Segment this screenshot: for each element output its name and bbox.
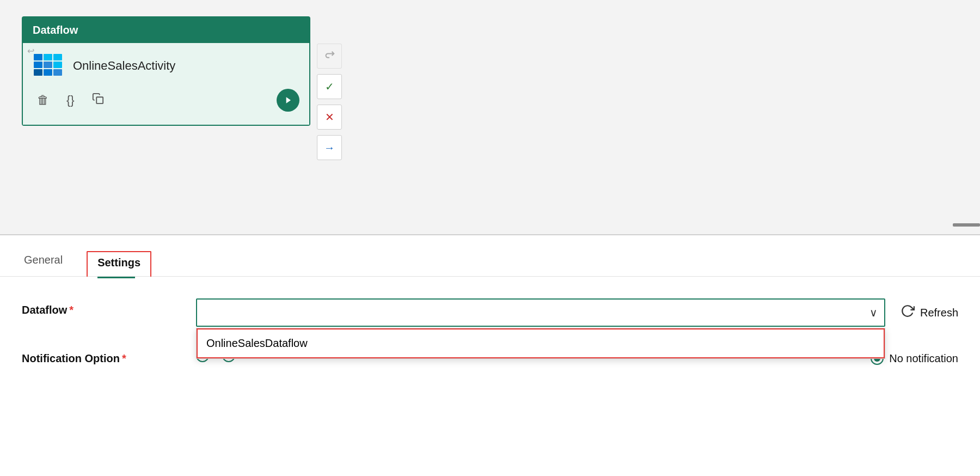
- notification-label: Notification Option*: [22, 347, 196, 365]
- side-toolbar: ✓ ✕ →: [317, 44, 342, 160]
- refresh-icon: [901, 304, 915, 321]
- cancel-button[interactable]: ✕: [317, 105, 342, 130]
- dataflow-form-row: Dataflow* ∨ OnlineSalesDataflow: [22, 298, 958, 327]
- activity-name: OnlineSalesActivity: [73, 59, 175, 73]
- dataflow-dropdown-input[interactable]: [196, 298, 885, 327]
- form-area: Dataflow* ∨ OnlineSalesDataflow: [0, 277, 980, 365]
- refresh-label: Refresh: [920, 307, 958, 319]
- confirm-button[interactable]: ✓: [317, 74, 342, 99]
- activity-row: OnlineSalesActivity: [33, 53, 299, 79]
- next-button[interactable]: →: [317, 135, 342, 160]
- delete-icon[interactable]: 🗑: [37, 93, 49, 107]
- dataflow-dropdown-menu: OnlineSalesDataflow: [196, 328, 885, 359]
- svg-rect-0: [34, 54, 42, 60]
- dataflow-required-star: *: [69, 304, 74, 316]
- dataflow-label: Dataflow*: [22, 298, 196, 316]
- braces-icon[interactable]: {}: [66, 93, 75, 107]
- tab-general[interactable]: General: [22, 248, 65, 277]
- card-body: OnlineSalesActivity ↩ 🗑 {}: [23, 43, 309, 125]
- canvas-area: Dataflow: [0, 0, 980, 234]
- refresh-button[interactable]: Refresh: [901, 298, 958, 321]
- svg-rect-8: [53, 69, 62, 76]
- svg-rect-3: [34, 62, 42, 68]
- actions-row: ↩ 🗑 {}: [33, 89, 299, 112]
- redo-small-icon: ↩: [27, 46, 34, 56]
- dataflow-card: Dataflow: [22, 16, 310, 126]
- copy-icon[interactable]: [92, 93, 104, 108]
- dataflow-control-area: ∨ OnlineSalesDataflow: [196, 298, 885, 327]
- go-button[interactable]: [277, 89, 299, 112]
- svg-rect-9: [96, 97, 103, 103]
- tab-settings[interactable]: Settings: [87, 251, 151, 277]
- panel-resize-handle[interactable]: [953, 223, 980, 227]
- dataflow-dropdown-wrapper: ∨ OnlineSalesDataflow: [196, 298, 885, 327]
- tabs-row: General Settings: [0, 235, 980, 277]
- redo-button[interactable]: [317, 44, 342, 69]
- bottom-panel: General Settings Dataflow* ∨ OnlineSales…: [0, 235, 980, 476]
- svg-rect-4: [44, 62, 52, 68]
- svg-rect-5: [53, 62, 62, 68]
- svg-rect-6: [34, 69, 42, 76]
- no-notification-text: No notification: [889, 352, 958, 365]
- svg-rect-7: [44, 69, 52, 76]
- svg-rect-2: [53, 54, 62, 60]
- card-title: Dataflow: [33, 24, 78, 36]
- dropdown-item-online-sales-dataflow[interactable]: OnlineSalesDataflow: [197, 328, 885, 358]
- dataflow-icon: [33, 53, 63, 79]
- svg-rect-1: [44, 54, 52, 60]
- notification-required-star: *: [122, 352, 126, 364]
- card-header: Dataflow: [23, 17, 309, 43]
